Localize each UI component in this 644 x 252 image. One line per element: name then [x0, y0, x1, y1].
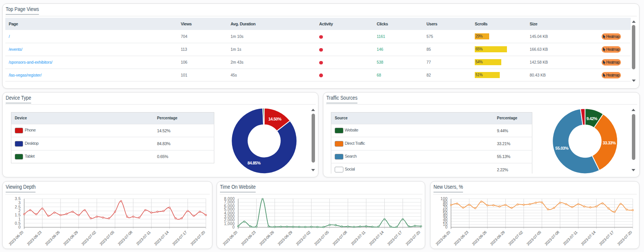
svg-text:2023-06-26: 2023-06-26	[259, 230, 275, 246]
svg-text:2023-07-17: 2023-07-17	[387, 230, 403, 246]
svg-text:2023-07-14: 2023-07-14	[580, 230, 597, 246]
svg-text:2023-06-26: 2023-06-26	[44, 230, 61, 246]
svg-text:2023-06-29: 2023-06-29	[277, 230, 293, 246]
svg-text:2023-07-02: 2023-07-02	[81, 230, 97, 246]
svg-text:2023-06-26: 2023-06-26	[471, 230, 488, 246]
svg-text:2023-07-08: 2023-07-08	[332, 230, 348, 246]
svg-text:2023-07-02: 2023-07-02	[508, 230, 524, 246]
svg-text:84.85%: 84.85%	[248, 161, 261, 165]
svg-text:2023-07-05: 2023-07-05	[313, 230, 330, 246]
svg-text:2023-06-29: 2023-06-29	[490, 230, 506, 246]
svg-text:2023-06-20: 2023-06-20	[8, 230, 24, 246]
svg-text:2023-06-23: 2023-06-23	[240, 230, 257, 246]
svg-text:2023-07-17: 2023-07-17	[172, 230, 188, 246]
svg-text:2023-07-20: 2023-07-20	[405, 230, 421, 246]
svg-text:2023-07-02: 2023-07-02	[295, 230, 312, 246]
svg-text:2023-06-23: 2023-06-23	[26, 230, 42, 246]
svg-text:2023-07-08: 2023-07-08	[544, 230, 560, 246]
svg-text:0: 0	[232, 225, 235, 229]
svg-text:2023-06-23: 2023-06-23	[453, 230, 469, 246]
svg-text:2023-07-05: 2023-07-05	[526, 230, 542, 246]
svg-text:55.03%: 55.03%	[555, 146, 569, 150]
svg-text:2023-07-14: 2023-07-14	[368, 230, 385, 246]
svg-text:0: 0	[445, 225, 448, 229]
svg-text:2023-07-20: 2023-07-20	[190, 230, 206, 246]
svg-text:2023-07-20: 2023-07-20	[617, 230, 633, 246]
svg-text:33.33%: 33.33%	[603, 141, 616, 145]
svg-text:2023-07-17: 2023-07-17	[599, 230, 615, 246]
svg-text:14.50%: 14.50%	[268, 117, 282, 121]
svg-text:2023-07-05: 2023-07-05	[99, 230, 115, 246]
svg-text:9.42%: 9.42%	[586, 116, 597, 121]
svg-text:2023-07-11: 2023-07-11	[350, 230, 366, 246]
svg-text:2023-07-08: 2023-07-08	[117, 230, 133, 246]
svg-text:2023-07-11: 2023-07-11	[136, 230, 151, 246]
svg-text:2023-06-29: 2023-06-29	[62, 230, 79, 246]
svg-text:2023-07-14: 2023-07-14	[153, 230, 170, 246]
svg-text:2023-06-20: 2023-06-20	[222, 230, 238, 246]
svg-text:0: 0	[19, 225, 21, 229]
svg-text:2023-06-20: 2023-06-20	[435, 230, 451, 246]
svg-text:2023-07-11: 2023-07-11	[562, 230, 578, 246]
